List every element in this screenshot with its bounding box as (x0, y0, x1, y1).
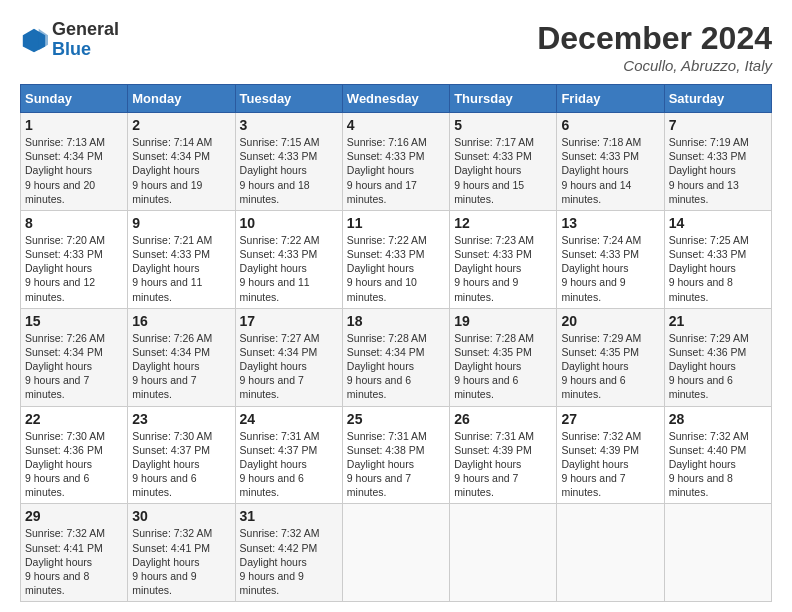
page-header: General Blue December 2024 Cocullo, Abru… (20, 20, 772, 74)
calendar-week-row: 15Sunrise: 7:26 AMSunset: 4:34 PMDayligh… (21, 308, 772, 406)
calendar-cell: 23Sunrise: 7:30 AMSunset: 4:37 PMDayligh… (128, 406, 235, 504)
day-info: Sunrise: 7:32 AMSunset: 4:39 PMDaylight … (561, 429, 659, 500)
day-number: 11 (347, 215, 445, 231)
calendar-cell: 9Sunrise: 7:21 AMSunset: 4:33 PMDaylight… (128, 210, 235, 308)
day-info: Sunrise: 7:32 AMSunset: 4:41 PMDaylight … (25, 526, 123, 597)
day-number: 29 (25, 508, 123, 524)
day-number: 24 (240, 411, 338, 427)
day-number: 8 (25, 215, 123, 231)
location-text: Cocullo, Abruzzo, Italy (537, 57, 772, 74)
day-info: Sunrise: 7:31 AMSunset: 4:38 PMDaylight … (347, 429, 445, 500)
day-number: 3 (240, 117, 338, 133)
calendar-week-row: 8Sunrise: 7:20 AMSunset: 4:33 PMDaylight… (21, 210, 772, 308)
calendar-cell: 16Sunrise: 7:26 AMSunset: 4:34 PMDayligh… (128, 308, 235, 406)
calendar-cell: 21Sunrise: 7:29 AMSunset: 4:36 PMDayligh… (664, 308, 771, 406)
day-info: Sunrise: 7:21 AMSunset: 4:33 PMDaylight … (132, 233, 230, 304)
calendar-cell: 7Sunrise: 7:19 AMSunset: 4:33 PMDaylight… (664, 113, 771, 211)
calendar-week-row: 29Sunrise: 7:32 AMSunset: 4:41 PMDayligh… (21, 504, 772, 602)
calendar-cell: 18Sunrise: 7:28 AMSunset: 4:34 PMDayligh… (342, 308, 449, 406)
logo[interactable]: General Blue (20, 20, 119, 60)
calendar-cell: 17Sunrise: 7:27 AMSunset: 4:34 PMDayligh… (235, 308, 342, 406)
calendar-cell: 20Sunrise: 7:29 AMSunset: 4:35 PMDayligh… (557, 308, 664, 406)
day-info: Sunrise: 7:23 AMSunset: 4:33 PMDaylight … (454, 233, 552, 304)
day-info: Sunrise: 7:22 AMSunset: 4:33 PMDaylight … (347, 233, 445, 304)
day-number: 15 (25, 313, 123, 329)
day-number: 25 (347, 411, 445, 427)
calendar-cell: 19Sunrise: 7:28 AMSunset: 4:35 PMDayligh… (450, 308, 557, 406)
day-number: 2 (132, 117, 230, 133)
calendar-cell: 2Sunrise: 7:14 AMSunset: 4:34 PMDaylight… (128, 113, 235, 211)
day-info: Sunrise: 7:27 AMSunset: 4:34 PMDaylight … (240, 331, 338, 402)
weekday-header-thursday: Thursday (450, 85, 557, 113)
day-number: 20 (561, 313, 659, 329)
day-info: Sunrise: 7:24 AMSunset: 4:33 PMDaylight … (561, 233, 659, 304)
calendar-cell: 6Sunrise: 7:18 AMSunset: 4:33 PMDaylight… (557, 113, 664, 211)
day-number: 6 (561, 117, 659, 133)
day-info: Sunrise: 7:19 AMSunset: 4:33 PMDaylight … (669, 135, 767, 206)
calendar-cell: 10Sunrise: 7:22 AMSunset: 4:33 PMDayligh… (235, 210, 342, 308)
day-number: 12 (454, 215, 552, 231)
day-number: 28 (669, 411, 767, 427)
day-number: 5 (454, 117, 552, 133)
weekday-header-monday: Monday (128, 85, 235, 113)
weekday-header-friday: Friday (557, 85, 664, 113)
weekday-header-wednesday: Wednesday (342, 85, 449, 113)
day-number: 27 (561, 411, 659, 427)
calendar-cell: 29Sunrise: 7:32 AMSunset: 4:41 PMDayligh… (21, 504, 128, 602)
calendar-cell: 27Sunrise: 7:32 AMSunset: 4:39 PMDayligh… (557, 406, 664, 504)
day-info: Sunrise: 7:25 AMSunset: 4:33 PMDaylight … (669, 233, 767, 304)
calendar-cell: 8Sunrise: 7:20 AMSunset: 4:33 PMDaylight… (21, 210, 128, 308)
day-info: Sunrise: 7:18 AMSunset: 4:33 PMDaylight … (561, 135, 659, 206)
day-info: Sunrise: 7:32 AMSunset: 4:42 PMDaylight … (240, 526, 338, 597)
day-info: Sunrise: 7:29 AMSunset: 4:36 PMDaylight … (669, 331, 767, 402)
svg-marker-1 (39, 29, 48, 50)
day-info: Sunrise: 7:22 AMSunset: 4:33 PMDaylight … (240, 233, 338, 304)
calendar-cell: 28Sunrise: 7:32 AMSunset: 4:40 PMDayligh… (664, 406, 771, 504)
day-info: Sunrise: 7:15 AMSunset: 4:33 PMDaylight … (240, 135, 338, 206)
calendar-cell: 14Sunrise: 7:25 AMSunset: 4:33 PMDayligh… (664, 210, 771, 308)
day-number: 7 (669, 117, 767, 133)
calendar-table: SundayMondayTuesdayWednesdayThursdayFrid… (20, 84, 772, 602)
day-info: Sunrise: 7:30 AMSunset: 4:37 PMDaylight … (132, 429, 230, 500)
calendar-cell (342, 504, 449, 602)
day-number: 26 (454, 411, 552, 427)
day-number: 16 (132, 313, 230, 329)
logo-general-text: General (52, 19, 119, 39)
logo-blue-text: Blue (52, 39, 91, 59)
day-number: 9 (132, 215, 230, 231)
calendar-cell: 12Sunrise: 7:23 AMSunset: 4:33 PMDayligh… (450, 210, 557, 308)
calendar-cell: 3Sunrise: 7:15 AMSunset: 4:33 PMDaylight… (235, 113, 342, 211)
day-number: 21 (669, 313, 767, 329)
day-info: Sunrise: 7:31 AMSunset: 4:39 PMDaylight … (454, 429, 552, 500)
day-info: Sunrise: 7:13 AMSunset: 4:34 PMDaylight … (25, 135, 123, 206)
calendar-cell: 31Sunrise: 7:32 AMSunset: 4:42 PMDayligh… (235, 504, 342, 602)
day-info: Sunrise: 7:20 AMSunset: 4:33 PMDaylight … (25, 233, 123, 304)
day-number: 13 (561, 215, 659, 231)
calendar-cell: 15Sunrise: 7:26 AMSunset: 4:34 PMDayligh… (21, 308, 128, 406)
calendar-cell: 5Sunrise: 7:17 AMSunset: 4:33 PMDaylight… (450, 113, 557, 211)
calendar-cell (664, 504, 771, 602)
calendar-cell: 13Sunrise: 7:24 AMSunset: 4:33 PMDayligh… (557, 210, 664, 308)
day-info: Sunrise: 7:26 AMSunset: 4:34 PMDaylight … (25, 331, 123, 402)
weekday-header-saturday: Saturday (664, 85, 771, 113)
calendar-cell: 26Sunrise: 7:31 AMSunset: 4:39 PMDayligh… (450, 406, 557, 504)
day-number: 18 (347, 313, 445, 329)
day-number: 22 (25, 411, 123, 427)
weekday-header-row: SundayMondayTuesdayWednesdayThursdayFrid… (21, 85, 772, 113)
day-info: Sunrise: 7:16 AMSunset: 4:33 PMDaylight … (347, 135, 445, 206)
calendar-cell: 11Sunrise: 7:22 AMSunset: 4:33 PMDayligh… (342, 210, 449, 308)
day-info: Sunrise: 7:28 AMSunset: 4:35 PMDaylight … (454, 331, 552, 402)
calendar-cell: 4Sunrise: 7:16 AMSunset: 4:33 PMDaylight… (342, 113, 449, 211)
day-number: 19 (454, 313, 552, 329)
day-info: Sunrise: 7:30 AMSunset: 4:36 PMDaylight … (25, 429, 123, 500)
day-info: Sunrise: 7:31 AMSunset: 4:37 PMDaylight … (240, 429, 338, 500)
day-number: 4 (347, 117, 445, 133)
day-info: Sunrise: 7:29 AMSunset: 4:35 PMDaylight … (561, 331, 659, 402)
day-number: 31 (240, 508, 338, 524)
day-info: Sunrise: 7:14 AMSunset: 4:34 PMDaylight … (132, 135, 230, 206)
calendar-cell: 30Sunrise: 7:32 AMSunset: 4:41 PMDayligh… (128, 504, 235, 602)
calendar-cell: 24Sunrise: 7:31 AMSunset: 4:37 PMDayligh… (235, 406, 342, 504)
day-info: Sunrise: 7:28 AMSunset: 4:34 PMDaylight … (347, 331, 445, 402)
calendar-cell: 1Sunrise: 7:13 AMSunset: 4:34 PMDaylight… (21, 113, 128, 211)
title-block: December 2024 Cocullo, Abruzzo, Italy (537, 20, 772, 74)
